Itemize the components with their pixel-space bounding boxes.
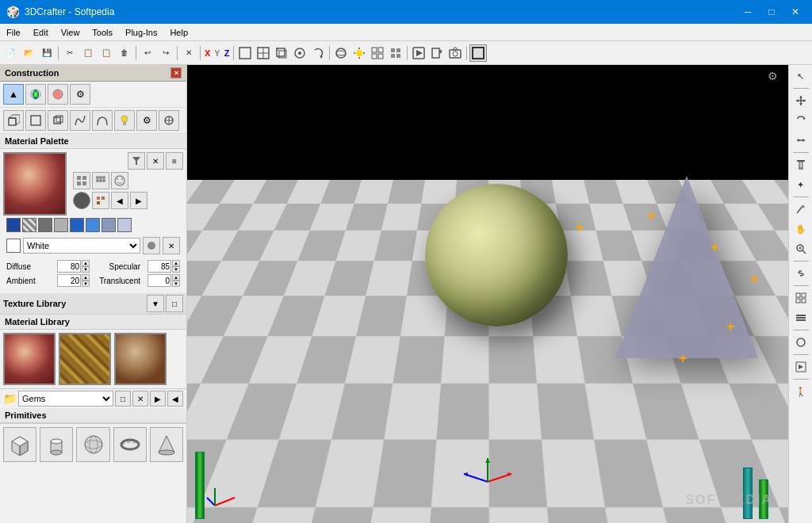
mat-apply-btn[interactable]: [92, 192, 109, 209]
rt-transform-btn[interactable]: [791, 91, 810, 110]
export-btn[interactable]: [428, 44, 446, 62]
mat-lib-next-btn[interactable]: ▶: [150, 391, 166, 407]
menu-plugins[interactable]: Plug-Ins: [119, 26, 163, 39]
redo-button[interactable]: ↪: [157, 44, 174, 62]
rt-circle-btn[interactable]: [791, 333, 810, 352]
primitive-cube-btn[interactable]: [3, 427, 36, 462]
swatch-gray1[interactable]: [38, 218, 52, 232]
construct-material-btn[interactable]: [48, 84, 68, 105]
rt-scale-btn[interactable]: [791, 131, 810, 150]
shape-3d-btn[interactable]: [48, 110, 68, 131]
maximize-button[interactable]: □: [761, 4, 782, 20]
rt-select-btn[interactable]: ↖: [791, 67, 810, 86]
shape-curve-btn[interactable]: [70, 110, 90, 131]
swatch-blue2[interactable]: [70, 218, 84, 232]
mat-lib-prev-btn[interactable]: ◀: [167, 391, 183, 407]
viewport[interactable]: ⚙ + + + + + +: [187, 65, 788, 523]
mat-lib-new-btn[interactable]: □: [115, 391, 131, 407]
shape-extra-btn[interactable]: [159, 110, 179, 131]
menu-tools[interactable]: Tools: [86, 26, 119, 39]
shape-cube-btn[interactable]: [3, 110, 24, 131]
primitive-cone-btn[interactable]: [150, 427, 183, 462]
material-category-select[interactable]: Gems Metals Wood Stone: [18, 391, 113, 407]
texture-settings-btn[interactable]: ▼: [147, 295, 164, 312]
view-persp-button[interactable]: [273, 44, 290, 62]
diffuse-up-btn[interactable]: ▲: [82, 260, 90, 266]
swatch-blue3[interactable]: [86, 218, 100, 232]
menu-file[interactable]: File: [0, 26, 27, 39]
paste-button[interactable]: 📋: [98, 44, 115, 62]
menu-help[interactable]: Help: [163, 26, 194, 39]
pattern-grid-btn[interactable]: [73, 172, 90, 189]
shape-light-btn[interactable]: [114, 110, 135, 131]
undo-button[interactable]: ↩: [139, 44, 156, 62]
viewport-settings-btn[interactable]: ⚙: [768, 70, 783, 86]
transform-button[interactable]: [291, 44, 308, 62]
texture-lib-expand[interactable]: Texture Library: [3, 299, 66, 308]
view-front-button[interactable]: [236, 44, 254, 62]
rt-person-btn[interactable]: 🚶: [791, 382, 810, 401]
save-button[interactable]: 💾: [38, 44, 56, 62]
translucent-up-btn[interactable]: ▲: [172, 274, 180, 281]
rt-anim-btn[interactable]: [791, 357, 810, 376]
specular-down-btn[interactable]: ▼: [172, 266, 180, 273]
shape-arch-btn[interactable]: [92, 110, 113, 131]
primitive-cylinder-btn[interactable]: [40, 427, 73, 462]
material-button[interactable]: [332, 44, 350, 62]
shape-square-btn[interactable]: [25, 110, 46, 131]
material-name-select[interactable]: White Red Blue Green Yellow: [23, 238, 140, 254]
mat-more-btn[interactable]: ≡: [166, 152, 183, 170]
light-button[interactable]: [350, 44, 368, 62]
mat-lib-item-1[interactable]: [59, 333, 111, 385]
rt-link-btn[interactable]: [791, 264, 810, 283]
cancel-button[interactable]: ✕: [180, 44, 197, 62]
material-preview[interactable]: [3, 152, 67, 216]
open-button[interactable]: 📂: [20, 44, 37, 62]
ambient-input[interactable]: [57, 274, 81, 287]
construction-close-button[interactable]: ✕: [170, 67, 182, 78]
mat-left-btn[interactable]: ◀: [111, 192, 128, 209]
mat-lib-item-2[interactable]: [114, 333, 167, 385]
specular-up-btn[interactable]: ▲: [172, 260, 180, 266]
render-btn[interactable]: [410, 44, 427, 62]
scene-btn[interactable]: [469, 44, 487, 62]
mat-x-btn[interactable]: ✕: [163, 237, 180, 254]
filter-icon[interactable]: [128, 152, 145, 170]
cut-button[interactable]: ✂: [61, 44, 79, 62]
camera-btn[interactable]: [446, 44, 464, 62]
ambient-down-btn[interactable]: ▼: [82, 281, 90, 287]
ambient-up-btn[interactable]: ▲: [82, 274, 90, 281]
rt-hand-btn[interactable]: ✋: [791, 220, 810, 239]
rt-group2-btn[interactable]: [791, 308, 810, 327]
mat-lib-delete-btn[interactable]: ✕: [132, 391, 148, 407]
new-file-button[interactable]: 📄: [2, 44, 19, 62]
texture-add-btn[interactable]: □: [166, 295, 183, 312]
pattern-face-btn[interactable]: [111, 172, 128, 189]
swatch-gray2[interactable]: [54, 218, 68, 232]
rt-zoom-btn[interactable]: [791, 239, 810, 258]
swatch-blue4[interactable]: [102, 218, 116, 232]
specular-input[interactable]: [147, 260, 171, 273]
primitive-sphere-btn[interactable]: [76, 427, 109, 462]
delete-button[interactable]: 🗑: [116, 44, 133, 62]
mat-right-btn[interactable]: ▶: [130, 192, 147, 209]
minimize-button[interactable]: ─: [737, 4, 758, 20]
close-button[interactable]: ✕: [785, 4, 806, 20]
view-top-button[interactable]: [255, 44, 272, 62]
rt-knife-btn[interactable]: [791, 200, 810, 219]
translucent-input[interactable]: [147, 274, 171, 287]
pattern-dots-btn[interactable]: [92, 172, 109, 189]
snap-button[interactable]: [387, 44, 404, 62]
mat-lib-item-0[interactable]: [3, 333, 56, 385]
mat-color-btn[interactable]: [143, 237, 160, 254]
material-color-swatch[interactable]: [6, 239, 21, 253]
mat-delete-btn[interactable]: ✕: [147, 152, 164, 170]
primitive-torus-btn[interactable]: [113, 427, 147, 462]
diffuse-input[interactable]: [57, 260, 81, 273]
rotate-button[interactable]: [309, 44, 327, 62]
rt-group1-btn[interactable]: [791, 288, 810, 307]
rt-sculpt-btn[interactable]: ✦: [791, 175, 810, 194]
swatch-blue[interactable]: [6, 218, 21, 232]
grid-button[interactable]: [369, 44, 386, 62]
copy-button[interactable]: 📋: [79, 44, 97, 62]
